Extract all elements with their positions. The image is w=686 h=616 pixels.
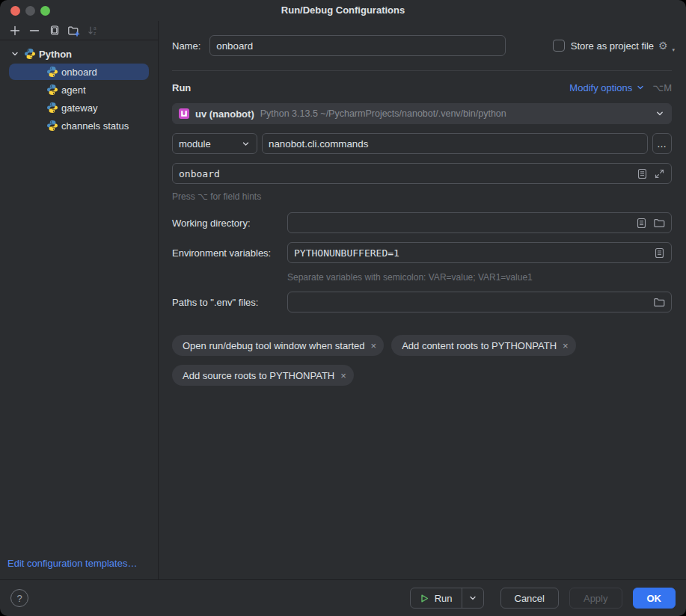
field-hints-text: Press ⌥ for field hints bbox=[172, 191, 261, 202]
chevron-down-icon bbox=[655, 108, 665, 119]
close-icon[interactable]: × bbox=[340, 370, 346, 381]
run-button[interactable]: Run bbox=[411, 588, 462, 608]
copy-icon bbox=[48, 25, 60, 37]
close-icon[interactable]: × bbox=[371, 340, 377, 351]
expand-icon bbox=[654, 168, 665, 179]
interpreter-detail: Python 3.13.5 ~/PycharmProjects/nanobot/… bbox=[260, 108, 506, 119]
tree-node-onboard[interactable]: onboard bbox=[0, 63, 158, 81]
run-options-dropdown[interactable] bbox=[462, 588, 483, 608]
chevron-down-icon bbox=[241, 139, 251, 149]
remove-configuration-button[interactable] bbox=[25, 22, 43, 39]
working-directory-label: Working directory: bbox=[172, 218, 251, 229]
macros-icon bbox=[654, 247, 665, 259]
python-logo-icon bbox=[46, 84, 58, 96]
sort-configurations-button[interactable]: a z bbox=[84, 22, 102, 39]
chip-add-source-roots[interactable]: Add source roots to PYTHONPATH × bbox=[172, 365, 354, 386]
insert-macros-button[interactable] bbox=[636, 218, 647, 229]
run-section-title: Run bbox=[172, 82, 191, 93]
tree-node-channels-status[interactable]: channels status bbox=[0, 117, 158, 135]
chip-label: Add content roots to PYTHONPATH bbox=[402, 340, 557, 351]
chevron-down-icon[interactable] bbox=[9, 49, 21, 58]
env-paths-input[interactable] bbox=[287, 292, 672, 312]
svg-text:z: z bbox=[94, 30, 96, 35]
tree-node-label: agent bbox=[61, 84, 86, 96]
copy-configuration-button[interactable] bbox=[45, 22, 63, 39]
configurations-sidebar: a z Python bbox=[0, 21, 159, 579]
configurations-tree: Python onboard bbox=[0, 45, 158, 135]
tree-node-label: Python bbox=[39, 49, 72, 60]
store-as-project-file-checkbox[interactable] bbox=[553, 40, 565, 52]
python-logo-icon bbox=[46, 66, 58, 78]
modify-options-link[interactable]: Modify options bbox=[569, 82, 645, 93]
tree-node-agent[interactable]: agent bbox=[0, 81, 158, 99]
chip-label: Open run/debug tool window when started bbox=[183, 340, 365, 351]
section-divider bbox=[172, 70, 672, 71]
tree-node-python[interactable]: Python bbox=[0, 45, 158, 63]
working-directory-input[interactable] bbox=[287, 212, 672, 233]
close-icon[interactable]: × bbox=[563, 340, 569, 351]
uv-logo-icon bbox=[179, 108, 189, 119]
folder-icon bbox=[653, 218, 665, 229]
environment-variables-hint: Separate variables with semicolon: VAR=v… bbox=[287, 272, 533, 283]
target-type-select[interactable]: module bbox=[172, 133, 257, 154]
modify-options-shortcut: ⌥M bbox=[652, 82, 672, 93]
run-button-label: Run bbox=[435, 593, 453, 604]
expand-field-button[interactable] bbox=[654, 168, 665, 179]
window-title: Run/Debug Configurations bbox=[0, 0, 686, 21]
chevron-down-icon bbox=[468, 594, 477, 603]
sidebar-toolbar: a z bbox=[0, 21, 158, 40]
env-paths-label: Paths to ".env" files: bbox=[172, 297, 258, 308]
interpreter-name: uv (nanobot) bbox=[195, 108, 254, 120]
parameters-input[interactable]: onboard bbox=[172, 163, 672, 184]
chip-add-content-roots[interactable]: Add content roots to PYTHONPATH × bbox=[391, 335, 575, 356]
run-debug-configurations-dialog: Run/Debug Configurations bbox=[0, 0, 686, 616]
ellipsis-icon: … bbox=[657, 138, 667, 150]
tree-node-gateway[interactable]: gateway bbox=[0, 99, 158, 117]
macros-icon bbox=[637, 168, 648, 179]
question-mark-icon: ? bbox=[16, 593, 22, 604]
add-icon bbox=[9, 25, 21, 37]
ok-button[interactable]: OK bbox=[633, 588, 676, 609]
browse-module-button[interactable]: … bbox=[652, 133, 672, 154]
chevron-down-icon bbox=[636, 83, 645, 92]
add-configuration-button[interactable] bbox=[6, 22, 24, 39]
dialog-footer: ? Run Cancel Apply OK bbox=[0, 579, 686, 616]
target-type-value: module bbox=[179, 138, 211, 150]
title-bar: Run/Debug Configurations bbox=[0, 0, 686, 21]
cancel-button[interactable]: Cancel bbox=[500, 588, 559, 609]
sort-az-icon: a z bbox=[87, 25, 99, 37]
name-label: Name: bbox=[172, 40, 200, 52]
store-settings-gear-button[interactable]: ⚙ ▾ bbox=[658, 40, 672, 52]
tree-node-label: onboard bbox=[61, 67, 97, 78]
environment-variables-label: Environment variables: bbox=[172, 247, 271, 259]
new-folder-button[interactable] bbox=[64, 22, 82, 39]
python-logo-icon bbox=[24, 48, 36, 60]
help-button[interactable]: ? bbox=[10, 589, 28, 607]
browse-folder-button[interactable] bbox=[653, 218, 665, 229]
edit-variables-button[interactable] bbox=[654, 247, 665, 259]
insert-macros-button[interactable] bbox=[637, 168, 648, 179]
folder-icon bbox=[653, 297, 665, 308]
apply-button[interactable]: Apply bbox=[569, 588, 622, 609]
parameters-value: onboard bbox=[179, 168, 220, 179]
macros-icon bbox=[636, 218, 647, 229]
interpreter-select[interactable]: uv (nanobot) Python 3.13.5 ~/PycharmProj… bbox=[172, 103, 672, 124]
gear-caret-icon: ▾ bbox=[672, 47, 675, 53]
modify-options-label: Modify options bbox=[569, 82, 632, 93]
chip-open-run-debug-tool-window[interactable]: Open run/debug tool window when started … bbox=[172, 335, 384, 356]
gear-icon: ⚙ bbox=[658, 40, 668, 52]
run-split-button[interactable]: Run bbox=[410, 588, 484, 609]
environment-variables-input[interactable]: PYTHONUNBUFFERED=1 bbox=[287, 242, 672, 263]
remove-icon bbox=[28, 25, 40, 37]
python-logo-icon bbox=[46, 120, 58, 132]
new-folder-icon bbox=[67, 25, 80, 37]
environment-variables-value: PYTHONUNBUFFERED=1 bbox=[294, 247, 399, 259]
name-input[interactable] bbox=[209, 35, 506, 56]
edit-configuration-templates-link[interactable]: Edit configuration templates… bbox=[7, 558, 137, 569]
python-logo-icon bbox=[46, 102, 58, 114]
chip-label: Add source roots to PYTHONPATH bbox=[183, 370, 334, 381]
browse-folder-button[interactable] bbox=[653, 297, 665, 308]
store-as-project-file-label: Store as project file bbox=[571, 40, 654, 52]
module-name-input[interactable] bbox=[262, 133, 648, 154]
tree-node-label: gateway bbox=[61, 102, 97, 114]
